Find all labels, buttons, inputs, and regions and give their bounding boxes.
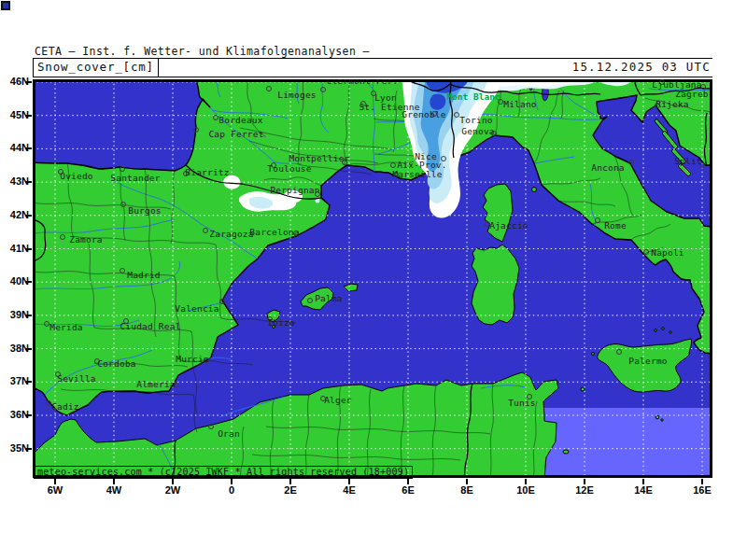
city-label: Split: [674, 156, 702, 166]
lat-tick: [25, 147, 32, 149]
city-label: Ibiza: [267, 317, 295, 328]
lon-tick: [407, 479, 409, 484]
city-marker: [307, 298, 313, 303]
city-marker: [203, 228, 208, 233]
city-marker: [390, 162, 396, 168]
lon-label: 8E: [448, 484, 486, 496]
lon-tick: [289, 479, 291, 484]
peak-label: Mont Blanc: [446, 91, 500, 102]
page-title: CETA – Inst. f. Wetter- und Klimafolgena…: [35, 45, 370, 58]
lat-tick: [25, 181, 32, 183]
island-pantelleria: [581, 387, 585, 391]
lon-tick: [348, 479, 350, 484]
city-label: Sevilla: [57, 373, 95, 384]
city-label: Cordoba: [97, 358, 135, 369]
city-label: Milano: [503, 99, 537, 109]
lon-label: 4W: [95, 484, 133, 496]
city-label: Barcelona: [249, 227, 299, 237]
lat-tick: [25, 448, 32, 450]
lon-label: 2E: [272, 484, 309, 496]
city-label: Zaragoza: [209, 229, 253, 239]
header-band: Snow_cover_[cm] 15.12.2025 03 UTC: [33, 58, 712, 77]
lon-tick: [231, 479, 233, 484]
sea-biscay: [33, 79, 210, 171]
credit-line: meteo-services.com * (c)2025 IWKF * All …: [34, 466, 413, 479]
window-corner-icon: [1, 1, 10, 10]
weather-map-page: CETA – Inst. f. Wetter- und Klimafolgena…: [0, 0, 747, 560]
lon-label: 6W: [36, 484, 74, 496]
lon-tick: [172, 479, 174, 484]
lon-label: 14E: [625, 484, 662, 496]
layer-label: Snow_cover_[cm]: [33, 59, 159, 77]
city-label: Ljubljana: [652, 79, 701, 90]
city-label: Napoli: [651, 247, 684, 258]
city-label: Madrid: [127, 270, 161, 280]
lon-tick: [701, 479, 703, 484]
city-label: Toulouse: [267, 163, 311, 174]
city-label: Palma: [315, 293, 343, 303]
city-label: Bordeaux: [218, 115, 262, 125]
city-marker: [454, 112, 459, 118]
city-label: Torino: [459, 115, 493, 125]
lon-tick: [54, 479, 56, 484]
lon-label: 6E: [389, 484, 427, 496]
city-label: Cap Ferret: [208, 129, 263, 139]
city-marker: [193, 127, 199, 133]
city-label: Perpignan: [270, 185, 319, 195]
city-label: Limoges: [277, 90, 316, 100]
lat-tick: [25, 281, 32, 283]
city-marker: [219, 299, 225, 304]
city-label: Tunis: [508, 398, 536, 408]
city-marker: [208, 424, 214, 429]
city-marker: [60, 234, 65, 240]
city-marker: [120, 268, 125, 273]
island-elba: [532, 188, 537, 192]
city-marker: [44, 321, 49, 327]
lon-label: 0: [213, 484, 250, 496]
city-label: Marseille: [392, 169, 442, 179]
city-label: Palermo: [628, 356, 667, 366]
city-label: Biarritz: [185, 167, 229, 177]
lon-tick: [584, 479, 585, 484]
city-marker: [120, 202, 126, 207]
island-sardinia: [472, 245, 519, 325]
city-marker: [266, 86, 272, 91]
city-label: Alger: [324, 395, 352, 405]
city-marker: [120, 166, 125, 172]
island-kerkennah: [563, 450, 569, 454]
lon-tick: [113, 479, 115, 484]
city-marker: [616, 349, 622, 355]
city-label: Oviedo: [60, 171, 93, 181]
lon-label: 4E: [331, 484, 368, 496]
lon-label: 2W: [154, 484, 191, 496]
island-egadi: [592, 353, 595, 356]
lat-tick: [25, 115, 32, 117]
city-label: Ajaccio: [489, 220, 528, 231]
lon-label: 10E: [507, 484, 544, 496]
lat-tick: [25, 381, 32, 383]
lat-tick: [25, 248, 32, 250]
city-label: Montpellier: [289, 153, 349, 163]
map-area: LimogesClermont-Fer.LyonSt. EtienneGreno…: [33, 79, 712, 478]
lat-tick: [25, 315, 32, 316]
city-marker: [643, 249, 649, 255]
datetime-label: 15.12.2025 03 UTC: [572, 59, 711, 77]
lat-tick: [25, 81, 32, 83]
city-label: Zagreb: [675, 89, 709, 99]
city-label: Ciudad Real: [120, 321, 180, 331]
lon-tick: [525, 479, 527, 484]
city-label: Burgos: [128, 205, 162, 216]
lat-tick: [25, 348, 32, 350]
city-label: Oran: [218, 428, 240, 439]
city-label: Cadiz: [51, 401, 79, 412]
city-label: Almeria: [136, 379, 175, 389]
lat-tick: [25, 414, 32, 416]
city-label: Ancona: [591, 162, 625, 173]
city-label: Murcia: [176, 354, 209, 364]
city-label: Valencia: [175, 303, 218, 314]
city-label: Merida: [49, 322, 83, 332]
city-label: Rome: [604, 220, 627, 231]
city-marker: [628, 160, 634, 165]
city-marker: [595, 217, 600, 223]
city-marker: [320, 87, 326, 92]
